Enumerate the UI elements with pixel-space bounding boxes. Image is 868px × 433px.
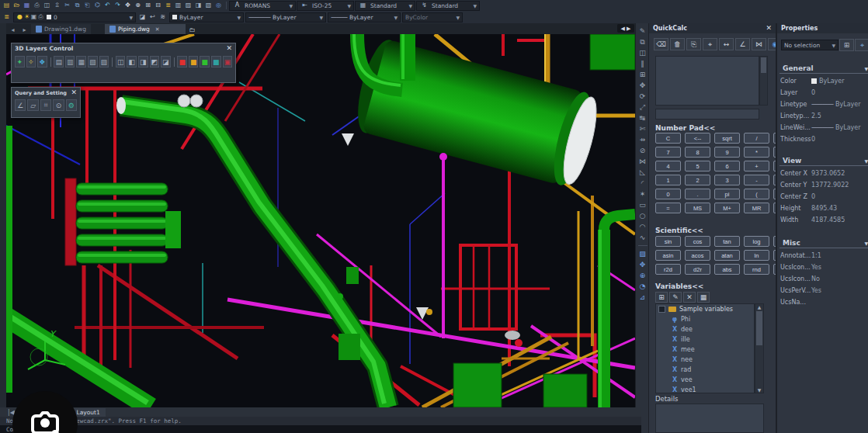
angle-of-line-icon[interactable]: ∠	[735, 38, 750, 50]
calc-key-C[interactable]: C	[655, 133, 681, 144]
variable-item[interactable]: Xille	[656, 334, 754, 345]
sci-key-atan[interactable]: atan	[714, 250, 740, 261]
calc-key-sqrt[interactable]: sqrt	[714, 133, 740, 144]
scroll-down-icon[interactable]: ▼	[755, 387, 763, 393]
calc-key-8[interactable]: 8	[685, 147, 710, 158]
sci-key-rnd[interactable]: rnd	[744, 264, 769, 275]
tab-scroll-left-icon[interactable]: ◂	[8, 26, 18, 34]
clear-icon[interactable]: ⌫	[654, 38, 668, 50]
scroll-up-icon[interactable]: ▲	[755, 304, 763, 310]
property-row[interactable]: LineWei...————ByLayer	[777, 122, 868, 133]
zoom-window-icon[interactable]: ⊞	[143, 2, 153, 10]
match-properties-icon[interactable]: ⌬	[92, 2, 102, 10]
property-row[interactable]: Center X9373.0652	[777, 168, 868, 179]
query-area-icon[interactable]: ▱	[27, 99, 38, 111]
property-row[interactable]: Thickness0	[777, 133, 868, 145]
chamfer-tool-icon[interactable]: ◺	[637, 168, 648, 177]
restore-layer-state-icon[interactable]: ▣	[223, 56, 233, 68]
join-tool-icon[interactable]: ⋈	[637, 157, 648, 166]
calc-key-9[interactable]: 9	[714, 147, 740, 158]
new-variable-icon[interactable]: ⊞	[655, 292, 668, 303]
sci-key-r2d[interactable]: r2d	[655, 264, 681, 275]
delete-variable-icon[interactable]: ✕	[683, 292, 696, 303]
paste-to-command-line-icon[interactable]: ⎘	[686, 38, 701, 50]
quickcalc-history[interactable]	[655, 56, 759, 106]
ucs-view-icon[interactable]: ◔	[637, 282, 648, 291]
calc-key-([interactable]: (	[744, 189, 769, 199]
quickcalc-icon[interactable]: ◎	[214, 2, 224, 10]
render-view-icon[interactable]: ⊿	[637, 293, 648, 302]
scrollbar-thumb[interactable]	[761, 57, 766, 73]
calc-key-M+[interactable]: M+	[714, 203, 740, 213]
scale-tool-icon[interactable]: ⤢	[637, 102, 648, 112]
save-icon[interactable]: ▦	[22, 2, 32, 10]
query-settings-icon[interactable]: ⚙	[66, 99, 77, 111]
layer-walk-icon[interactable]: ▤	[54, 56, 64, 68]
tool-palettes-icon[interactable]: ▨	[183, 2, 193, 10]
collapse-icon[interactable]: ▼	[864, 241, 868, 246]
property-row[interactable]: Linetyp...2.5	[777, 110, 868, 122]
tab-scroll-right-icon[interactable]: ▸	[19, 26, 30, 34]
drawing-tab-active[interactable]: Piping.dwg ✕	[105, 24, 186, 34]
calc-key-1[interactable]: 1	[655, 175, 681, 185]
undo-icon[interactable]: ↶	[102, 2, 113, 10]
query-region-icon[interactable]: ⌗	[40, 99, 51, 111]
green-layer-state-icon[interactable]: ■	[200, 56, 210, 68]
mleader-style-combo[interactable]: ↯ Standard▼	[416, 1, 480, 11]
calc-key-7[interactable]: 7	[655, 147, 681, 158]
property-row[interactable]: Linetype————ByLayer	[777, 99, 868, 110]
sci-key-abs[interactable]: abs	[714, 264, 740, 275]
make-object-layer-current-icon[interactable]: ◪	[137, 13, 148, 22]
calc-key-=[interactable]: =	[655, 203, 681, 213]
calc-key-<--[interactable]: <--	[685, 133, 710, 144]
layer-states-icon[interactable]: ≋	[158, 13, 168, 22]
property-row[interactable]: UcsPerV...Yes	[777, 285, 868, 296]
layer-previous-icon[interactable]: ↩	[148, 13, 158, 22]
rectangle-tool-icon[interactable]: ▭	[637, 200, 648, 210]
close-icon[interactable]: ✕	[766, 25, 772, 32]
query-mass-icon[interactable]: ⊙	[53, 99, 64, 111]
variable-item[interactable]: Xnee	[656, 355, 754, 365]
off-layer-icon[interactable]: ◧	[127, 56, 137, 68]
property-row[interactable]: UcsIcon...No	[777, 273, 868, 285]
zoom-previous-icon[interactable]: ⊟	[153, 2, 163, 10]
calc-key-MS[interactable]: MS	[685, 203, 710, 213]
calc-key-MR[interactable]: MR	[744, 203, 769, 213]
calc-key-pi[interactable]: pi	[714, 189, 740, 199]
view-section-header[interactable]: View▼	[779, 157, 868, 166]
variable-item[interactable]: Xdee	[656, 324, 754, 334]
layer-properties-manager-icon[interactable]: ≣	[2, 13, 12, 22]
toggle-pickadd-icon[interactable]: ⊞	[839, 39, 854, 51]
sci-key-ln[interactable]: ln	[744, 250, 769, 261]
property-row[interactable]: Center Z0	[777, 191, 868, 203]
table-style-combo[interactable]: ▦ Standard▼	[355, 1, 415, 11]
calc-key-*[interactable]: *	[744, 147, 769, 158]
variable-item[interactable]: φPhi	[656, 314, 754, 324]
property-row[interactable]: Annotat...1:1	[777, 250, 868, 262]
publish-icon[interactable]: ⇫	[52, 2, 62, 10]
sci-key-cos[interactable]: cos	[685, 236, 710, 247]
property-row[interactable]: Center Y13772.9022	[777, 179, 868, 191]
plot-preview-icon[interactable]: ◫	[42, 2, 52, 10]
sci-key-tan[interactable]: tan	[714, 236, 740, 247]
general-section-header[interactable]: General▼	[779, 64, 868, 74]
hide-layer-icon[interactable]: ✧	[26, 56, 36, 68]
yellow-layer-state-icon[interactable]: ■	[189, 56, 199, 68]
variable-item[interactable]: Xrad	[656, 365, 754, 375]
property-row[interactable]: ColorByLayer	[777, 75, 868, 87]
variable-item[interactable]: Xvee1	[656, 385, 754, 393]
new-icon[interactable]: ▤	[2, 2, 12, 10]
extend-tool-icon[interactable]: ⇸	[637, 135, 648, 144]
model-viewport[interactable]: Y 3D Layers Control ✕ ✦✧❖▤▥▦▧▨◫◧◨◩◪■■■■▣…	[6, 34, 635, 407]
copy-to-layer-icon[interactable]: ▧	[88, 56, 98, 68]
sci-key-asin[interactable]: asin	[655, 250, 681, 261]
scientific-section-label[interactable]: Scientific<<	[655, 227, 703, 234]
close-tab-icon[interactable]: ✕	[155, 26, 160, 33]
variable-item[interactable]: Xvee	[656, 375, 754, 385]
unlock-layer-icon[interactable]: ◩	[150, 56, 160, 68]
property-row[interactable]: Layer0	[777, 87, 868, 99]
lock-layer-icon[interactable]: ◨	[138, 56, 148, 68]
explode-tool-icon[interactable]: ✶	[637, 189, 648, 199]
arc-tool-icon[interactable]: ◠	[637, 222, 648, 231]
viewport-scroll-buttons[interactable]: ◀▶	[617, 24, 634, 33]
